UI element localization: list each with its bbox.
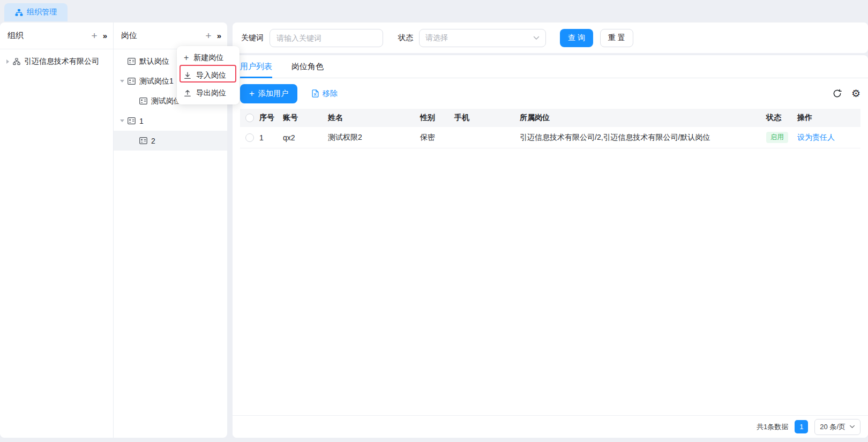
content-tabs: 用户列表 岗位角色: [233, 55, 868, 78]
search-button[interactable]: 查 询: [560, 29, 593, 47]
add-user-button[interactable]: + 添加用户: [240, 84, 297, 103]
filter-bar: 关键词 状态 请选择 查 询 重 置: [233, 23, 868, 53]
position-panel-title: 岗位: [121, 31, 200, 41]
company-icon: [13, 58, 20, 65]
header-status: 状态: [766, 113, 797, 123]
chevron-down-icon: [849, 425, 855, 429]
position-tree-item-2-selected[interactable]: 2: [114, 131, 227, 151]
org-tree-item-label: 引迈信息技术有限公司: [24, 57, 99, 66]
org-panel: 组织 + » 引迈信息技术有限公司: [0, 23, 114, 438]
tree-item-label: 默认岗位: [139, 57, 169, 66]
export-icon: [184, 89, 191, 97]
cell-account: qx2: [283, 133, 328, 142]
position-tree-item-1[interactable]: 1: [114, 111, 227, 131]
status-select-placeholder: 请选择: [425, 33, 533, 43]
org-collapse-panel-icon[interactable]: »: [103, 32, 107, 40]
keyword-label: 关键词: [241, 33, 264, 43]
tab-user-list[interactable]: 用户列表: [240, 55, 272, 78]
import-icon: [184, 72, 191, 79]
tab-org-management[interactable]: 组织管理: [4, 3, 68, 21]
refresh-icon[interactable]: [833, 89, 842, 98]
remove-label: 移除: [323, 89, 338, 99]
select-all-checkbox[interactable]: [245, 114, 254, 122]
add-position-icon[interactable]: +: [206, 31, 212, 41]
org-tree-item-company[interactable]: 引迈信息技术有限公司: [0, 51, 113, 71]
org-panel-header: 组织 + »: [0, 23, 113, 49]
org-chart-icon: [15, 9, 23, 17]
plus-icon: +: [184, 54, 189, 62]
caret-down-icon[interactable]: [118, 119, 126, 122]
status-badge: 启用: [766, 132, 788, 143]
gear-icon[interactable]: ⚙: [851, 88, 860, 99]
menu-item-label: 导出岗位: [196, 88, 226, 98]
menu-item-new-position[interactable]: + 新建岗位: [177, 49, 240, 66]
table-row: 1 qx2 测试权限2 保密 引迈信息技术有限公司/2,引迈信息技术有限公司/默…: [240, 127, 860, 148]
cell-index: 1: [259, 133, 283, 142]
chevron-down-icon: [533, 36, 540, 40]
idcard-icon: [139, 98, 147, 104]
idcard-icon: [128, 58, 136, 65]
header-name: 姓名: [328, 113, 420, 123]
idcard-icon: [139, 137, 147, 144]
add-organization-icon[interactable]: +: [92, 31, 98, 41]
header-account: 账号: [283, 113, 328, 123]
total-count-text: 共1条数据: [757, 422, 788, 432]
reset-button[interactable]: 重 置: [600, 29, 633, 47]
page-size-select[interactable]: 20 条/页: [814, 419, 860, 435]
cell-name: 测试权限2: [328, 133, 420, 143]
table-header-row: 序号 账号 姓名 性别 手机 所属岗位 状态 操作: [240, 109, 860, 127]
plus-icon: +: [249, 89, 255, 98]
remove-document-icon: [311, 89, 319, 98]
header-index: 序号: [259, 113, 283, 123]
tab-label: 组织管理: [27, 8, 57, 17]
position-actions-menu: + 新建岗位 导入岗位 导出岗位: [177, 46, 240, 104]
header-phone: 手机: [454, 113, 520, 123]
position-collapse-panel-icon[interactable]: »: [217, 32, 221, 40]
header-position: 所属岗位: [520, 113, 766, 123]
header-gender: 性别: [420, 113, 454, 123]
tab-position-roles[interactable]: 岗位角色: [291, 55, 324, 78]
menu-item-export-position[interactable]: 导出岗位: [177, 84, 240, 102]
tree-item-label: 测试岗位1: [139, 77, 174, 86]
position-panel-header: 岗位 + »: [114, 23, 227, 49]
set-owner-link[interactable]: 设为责任人: [797, 133, 835, 141]
add-user-label: 添加用户: [258, 89, 288, 99]
table-toolbar: + 添加用户 移除 ⚙: [233, 78, 868, 109]
org-tree: 引迈信息技术有限公司: [0, 49, 113, 71]
page-size-value: 20 条/页: [820, 422, 845, 432]
idcard-icon: [128, 78, 136, 85]
content-panel: 用户列表 岗位角色 + 添加用户 移除 ⚙: [233, 55, 868, 438]
org-panel-title: 组织: [8, 31, 86, 41]
row-checkbox[interactable]: [245, 133, 254, 142]
header-actions: 操作: [797, 113, 860, 123]
status-label: 状态: [398, 33, 413, 43]
idcard-icon: [128, 117, 136, 124]
user-table: 序号 账号 姓名 性别 手机 所属岗位 状态 操作 1 qx2 测试权限2 保密…: [240, 109, 860, 148]
keyword-input[interactable]: [270, 29, 383, 47]
cell-position: 引迈信息技术有限公司/2,引迈信息技术有限公司/默认岗位: [520, 133, 766, 143]
remove-button[interactable]: 移除: [311, 89, 338, 99]
tree-item-label: 2: [151, 137, 155, 145]
menu-item-label: 导入岗位: [196, 71, 226, 80]
tree-item-label: 1: [139, 117, 144, 125]
caret-down-icon[interactable]: [118, 80, 126, 83]
caret-right-icon[interactable]: [3, 59, 12, 64]
page-button-1[interactable]: 1: [795, 420, 808, 433]
status-select[interactable]: 请选择: [419, 29, 546, 47]
top-tab-bar: 组织管理: [0, 0, 868, 21]
pagination-bar: 共1条数据 1 20 条/页: [233, 415, 868, 438]
cell-gender: 保密: [420, 133, 454, 143]
menu-item-label: 新建岗位: [193, 53, 223, 63]
menu-item-import-position[interactable]: 导入岗位: [177, 66, 240, 84]
